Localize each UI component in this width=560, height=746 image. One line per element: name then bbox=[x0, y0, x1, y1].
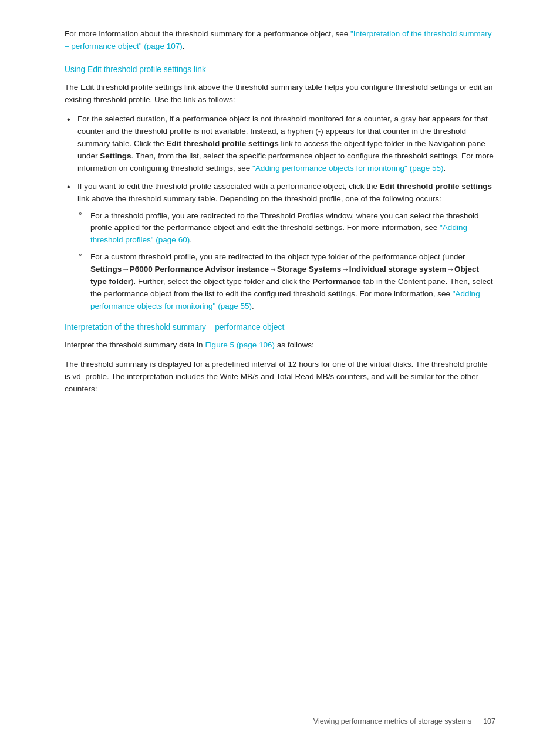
footer-right: 107 bbox=[483, 716, 495, 727]
section2-para1-link[interactable]: Figure 5 (page 106) bbox=[205, 340, 275, 349]
sub2-bold1: Settings bbox=[90, 265, 122, 274]
bullet1-bold1: Edit threshold profile settings bbox=[167, 139, 279, 148]
section2-para1: Interpret the threshold summary data in … bbox=[65, 339, 495, 352]
bullet-item-1: For the selected duration, if a performa… bbox=[65, 113, 495, 175]
bullet-list-main: For the selected duration, if a performa… bbox=[65, 113, 495, 313]
bullet2-text-before: If you want to edit the threshold profil… bbox=[77, 182, 380, 191]
sub-bullet-list: For a threshold profile, you are redirec… bbox=[77, 210, 495, 313]
sub2-arrow1: → bbox=[122, 265, 130, 274]
sub-bullet-item-1: For a threshold profile, you are redirec… bbox=[77, 210, 495, 247]
bullet2-text-after: link above the threshold summary table. … bbox=[77, 194, 441, 203]
section2-para2: The threshold summary is displayed for a… bbox=[65, 359, 495, 396]
bullet1-text-end: . bbox=[443, 164, 446, 173]
sub2-text-end: . bbox=[252, 302, 254, 310]
sub2-arrow2: → bbox=[269, 265, 277, 274]
section2-para1-after: as follows: bbox=[275, 340, 314, 349]
sub1-text: For a threshold profile, you are redirec… bbox=[90, 211, 479, 232]
sub2-bold4: Individual storage system bbox=[349, 265, 447, 274]
sub2-bold6: Performance bbox=[312, 277, 361, 286]
sub2-arrow4: → bbox=[447, 265, 455, 274]
section1-heading: Using Edit threshold profile settings li… bbox=[65, 63, 495, 76]
intro-text-end: . bbox=[183, 42, 185, 50]
sub2-text-after: ). Further, select the object type folde… bbox=[131, 277, 312, 286]
intro-text-1: For more information about the threshold… bbox=[65, 29, 350, 38]
section2-para1-before: Interpret the threshold summary data in bbox=[65, 340, 205, 349]
section2-heading: Interpretation of the threshold summary … bbox=[65, 321, 495, 333]
sub2-text-before: For a custom threshold profile, you are … bbox=[90, 252, 465, 261]
bullet2-bold1: Edit threshold profile settings bbox=[380, 182, 492, 191]
footer-left: Viewing performance metrics of storage s… bbox=[313, 716, 471, 727]
bullet1-bold2: Settings bbox=[100, 151, 131, 160]
sub1-text-end: . bbox=[190, 235, 192, 244]
page: For more information about the threshold… bbox=[0, 0, 560, 746]
sub-bullet-item-2: For a custom threshold profile, you are … bbox=[77, 251, 495, 313]
page-footer: Viewing performance metrics of storage s… bbox=[313, 716, 495, 727]
intro-paragraph: For more information about the threshold… bbox=[65, 28, 495, 53]
section1-para: The Edit threshold profile settings link… bbox=[65, 82, 495, 106]
sub2-arrow3: → bbox=[341, 265, 349, 274]
sub2-bold2: P6000 Performance Advisor instance bbox=[130, 265, 269, 274]
sub2-bold3: Storage Systems bbox=[277, 265, 342, 274]
bullet-item-2: If you want to edit the threshold profil… bbox=[65, 181, 495, 313]
bullet1-link[interactable]: "Adding performance objects for monitori… bbox=[252, 164, 444, 173]
